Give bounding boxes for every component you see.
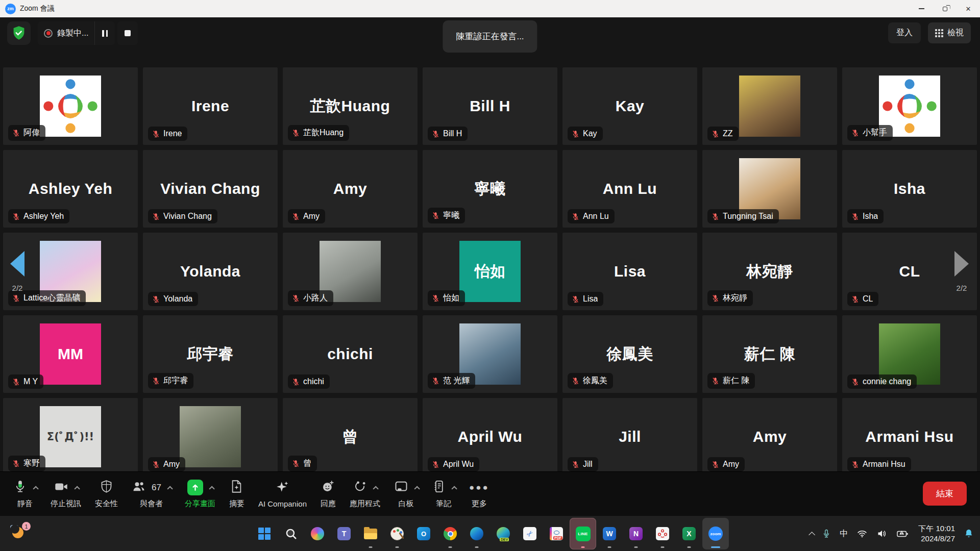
end-meeting-button[interactable]: 結束 bbox=[923, 482, 967, 506]
participant-tile[interactable]: Ashley YehAshley Yeh bbox=[3, 150, 138, 228]
taskbar-app-word[interactable]: W bbox=[596, 518, 623, 549]
view-button[interactable]: 檢視 bbox=[928, 22, 971, 43]
chevron-up-icon[interactable] bbox=[373, 486, 378, 491]
participant-tile[interactable]: KayKay bbox=[562, 67, 697, 145]
participant-tile[interactable]: IshaIsha bbox=[842, 150, 977, 228]
chevron-up-icon[interactable] bbox=[414, 486, 420, 491]
toolbar-button-security-shield[interactable]: 安全性 bbox=[95, 479, 118, 509]
taskbar-app-onenote[interactable]: N bbox=[623, 518, 649, 549]
taskbar-app-file-explorer[interactable] bbox=[357, 518, 384, 549]
toolbar-button-summary[interactable]: 摘要 bbox=[229, 479, 244, 509]
participant-tile[interactable]: 小路人 bbox=[283, 233, 418, 310]
chevron-up-icon[interactable] bbox=[209, 486, 214, 491]
participant-tile[interactable]: 薪仁 陳薪仁 陳 bbox=[702, 315, 837, 393]
taskbar-app-edge-dev[interactable]: DEV bbox=[490, 518, 517, 549]
participant-tile[interactable]: AmyAmy bbox=[702, 398, 837, 471]
taskbar-app-start[interactable] bbox=[251, 518, 278, 549]
taskbar-app-copilot[interactable] bbox=[304, 518, 331, 549]
participant-tile[interactable]: 阿偉 bbox=[3, 67, 138, 145]
toolbar-button-reactions[interactable]: 回應 bbox=[321, 479, 336, 509]
taskbar-app-outlook[interactable]: O bbox=[410, 518, 437, 549]
participant-tile[interactable]: JillJill bbox=[562, 398, 697, 471]
toolbar-button-apps[interactable]: 應用程式 bbox=[350, 479, 380, 509]
participant-tile[interactable]: IreneIrene bbox=[143, 67, 278, 145]
volume-icon[interactable] bbox=[876, 529, 888, 539]
toolbar-button-participants[interactable]: 67與會者 bbox=[132, 479, 171, 509]
participant-nameplate: Amy bbox=[707, 457, 745, 471]
widgets-notification-badge: 1 bbox=[22, 522, 31, 531]
participant-tile[interactable]: Σ(ﾟДﾟ)!!寒野 bbox=[3, 398, 138, 471]
chevron-up-icon[interactable] bbox=[33, 486, 38, 491]
participant-tile[interactable]: 林宛靜林宛靜 bbox=[702, 233, 837, 310]
taskbar-app-chrome[interactable] bbox=[437, 518, 463, 549]
taskbar-app-pdf-viewer[interactable]: PDF bbox=[543, 518, 570, 549]
participant-tile[interactable]: 曾曾 bbox=[283, 398, 418, 471]
notifications-bell-icon[interactable] bbox=[964, 528, 974, 539]
taskbar-app-zoom[interactable]: zoom bbox=[702, 518, 729, 549]
wifi-icon[interactable] bbox=[856, 529, 868, 539]
taskbar-clock[interactable]: 下午 10:01 2024/8/27 bbox=[918, 523, 955, 544]
toolbar-button-more[interactable]: ●●●更多 bbox=[469, 479, 489, 509]
widgets-button[interactable]: 1 bbox=[9, 523, 31, 544]
file-explorer-icon bbox=[364, 527, 377, 540]
restore-button[interactable] bbox=[933, 0, 957, 17]
participant-tile[interactable]: 徐鳳美徐鳳美 bbox=[562, 315, 697, 393]
next-page-arrow-icon[interactable] bbox=[954, 251, 969, 277]
snipping-tool-icon: ✂ bbox=[523, 527, 536, 540]
participant-nameplate: connie chang bbox=[847, 374, 917, 389]
taskbar-app-edge[interactable] bbox=[463, 518, 490, 549]
participant-tile[interactable]: Tungning Tsai bbox=[702, 150, 837, 228]
toolbar-button-video-camera[interactable]: 停止視訊 bbox=[51, 479, 81, 509]
participant-tile[interactable]: Armani HsuArmani Hsu bbox=[842, 398, 977, 471]
muted-mic-icon bbox=[571, 212, 580, 221]
participant-tile[interactable]: 小幫手 bbox=[842, 67, 977, 145]
minimize-button[interactable] bbox=[910, 0, 933, 17]
participant-tile[interactable]: 芷歆Huang芷歆Huang bbox=[283, 67, 418, 145]
participant-tile[interactable]: April WuApril Wu bbox=[423, 398, 557, 471]
chevron-up-icon[interactable] bbox=[74, 486, 80, 491]
close-button[interactable]: ✕ bbox=[957, 0, 980, 17]
toolbar-button-notes[interactable]: 筆記 bbox=[432, 479, 455, 509]
stop-recording-button[interactable] bbox=[117, 21, 138, 45]
participant-tile[interactable]: AmyAmy bbox=[283, 150, 418, 228]
toolbar-button-share-screen[interactable]: 分享畫面 bbox=[185, 479, 215, 509]
participant-tile[interactable]: Amy bbox=[143, 398, 278, 471]
participant-tile[interactable]: 寧曦寧曦 bbox=[423, 150, 557, 228]
participant-tile[interactable]: connie chang bbox=[842, 315, 977, 393]
participant-tile[interactable]: Ann LuAnn Lu bbox=[562, 150, 697, 228]
tray-microphone-icon[interactable] bbox=[822, 529, 831, 539]
meeting-info-shield-button[interactable] bbox=[7, 21, 31, 45]
participant-tile[interactable]: Vivian ChangVivian Chang bbox=[143, 150, 278, 228]
chevron-up-icon[interactable] bbox=[167, 486, 173, 491]
taskbar-app-teams[interactable]: T bbox=[331, 518, 357, 549]
participant-tile[interactable]: ZZ bbox=[702, 67, 837, 145]
participant-tile[interactable]: Bill HBill H bbox=[423, 67, 557, 145]
taskbar-app-people-app[interactable] bbox=[649, 518, 676, 549]
ime-indicator[interactable]: 中 bbox=[840, 529, 848, 539]
previous-page-arrow-icon[interactable] bbox=[10, 251, 24, 277]
toolbar-button-ai-companion[interactable]: AI Companion bbox=[258, 480, 307, 508]
pause-recording-button[interactable] bbox=[94, 21, 115, 45]
participant-tile[interactable]: chichichichi bbox=[283, 315, 418, 393]
muted-mic-icon bbox=[711, 460, 720, 469]
notes-icon bbox=[432, 480, 446, 495]
signin-button[interactable]: 登入 bbox=[888, 22, 921, 43]
participant-tile[interactable]: 怡如怡如 bbox=[423, 233, 557, 310]
participant-tile[interactable]: 范 光輝 bbox=[423, 315, 557, 393]
participant-nameplate: Tungning Tsai bbox=[707, 209, 779, 223]
taskbar-app-excel[interactable]: X bbox=[676, 518, 702, 549]
participant-tile[interactable]: 邱宇睿邱宇睿 bbox=[143, 315, 278, 393]
participant-tile[interactable]: YolandaYolanda bbox=[143, 233, 278, 310]
taskbar-app-line[interactable]: LINE bbox=[570, 518, 596, 549]
toolbar-button-microphone[interactable]: 靜音 bbox=[13, 479, 37, 509]
taskbar-app-paint[interactable] bbox=[384, 518, 410, 549]
participant-name-label: chichi bbox=[303, 377, 324, 386]
participant-tile[interactable]: LisaLisa bbox=[562, 233, 697, 310]
taskbar-app-search[interactable] bbox=[278, 518, 304, 549]
toolbar-button-whiteboard[interactable]: 白板 bbox=[394, 479, 418, 509]
chevron-up-icon[interactable] bbox=[451, 486, 457, 491]
hidden-icons-chevron[interactable] bbox=[809, 532, 816, 538]
battery-warning-icon[interactable] bbox=[896, 528, 910, 539]
participant-tile[interactable]: MMM Y bbox=[3, 315, 138, 393]
taskbar-app-snipping-tool[interactable]: ✂ bbox=[517, 518, 543, 549]
